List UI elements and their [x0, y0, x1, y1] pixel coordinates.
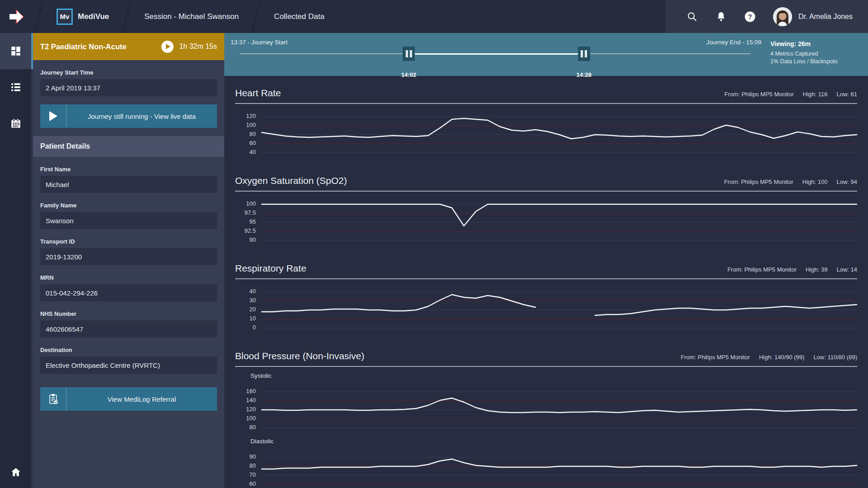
user-name: Dr. Amelia Jones: [798, 13, 853, 21]
pause-marker-icon[interactable]: [403, 47, 415, 61]
patient-fields: First NameMichaelFamily NameSwansonTrans…: [33, 157, 224, 374]
y-tick-label: 40: [250, 288, 256, 295]
view-live-data-button[interactable]: Journey still running - View live data: [40, 104, 217, 128]
timeline-info: Viewing: 26m 4 Metrics Captured 1% Data …: [770, 40, 861, 66]
y-tick-label: 20: [250, 306, 256, 313]
timeline-segment: [584, 53, 750, 54]
y-tick-label: 60: [250, 480, 256, 487]
chart-sublabel: Systolic: [250, 372, 857, 379]
view-medilog-referral-button[interactable]: View MediLog Referral: [40, 387, 217, 411]
chart-plot: 16014012010080: [235, 387, 857, 432]
chart-high: High: 140/90 (99): [759, 354, 804, 361]
session-duration: 1h 32m 15s: [179, 42, 217, 51]
chart-high: High: 100: [802, 178, 828, 185]
nav-dashboard[interactable]: [0, 33, 33, 69]
home-icon: [10, 466, 22, 478]
chart-section-blood-pressure: Blood Pressure (Non-Invasive)From: Phili…: [224, 339, 868, 488]
chart-title: Respiratory Rate: [235, 263, 307, 274]
breadcrumb-session[interactable]: Session - Michael Swanson: [132, 0, 250, 33]
chart-source: From: Philips MP5 Monitor: [724, 178, 793, 185]
nav-rail: [0, 33, 33, 488]
header-actions: ? Dr. Amelia Jones: [665, 0, 868, 33]
app-header: Mv MediVue Session - Michael Swanson Col…: [0, 0, 868, 33]
notifications-icon[interactable]: [715, 11, 727, 23]
nav-sessions-list[interactable]: [0, 69, 33, 105]
chart-plot: 10097.59592.590: [235, 200, 857, 245]
metrics-captured-label: 4 Metrics Captured: [770, 50, 861, 58]
field-value: Elective Orthopaedic Centre (RVRTC): [40, 357, 217, 374]
nav-calendar[interactable]: [0, 105, 33, 141]
dashboard-icon: [10, 45, 22, 57]
y-tick-label: 80: [250, 131, 256, 137]
y-tick-label: 100: [246, 122, 256, 128]
y-tick-label: 92.5: [245, 227, 256, 234]
chart-title: Oxygen Saturation (SpO2): [235, 175, 347, 186]
chart-source: From: Philips MP5 Monitor: [725, 91, 794, 98]
play-icon: [40, 104, 66, 128]
nav-home[interactable]: [0, 456, 33, 488]
field-label: Transport ID: [40, 238, 217, 245]
avatar: [773, 7, 792, 26]
chart-title: Heart Rate: [235, 88, 281, 99]
field-value: 015-042-294-226: [40, 284, 217, 301]
chart-section-spo2: Oxygen Saturation (SpO2)From: Philips MP…: [224, 164, 868, 251]
timeline-start-label: 13:37 - Journey Start: [231, 39, 288, 46]
y-tick-label: 70: [250, 471, 256, 478]
user-chip[interactable]: Dr. Amelia Jones: [773, 7, 853, 26]
chart-low: Low: 14: [836, 266, 857, 273]
y-tick-label: 80: [250, 424, 256, 431]
y-tick-label: 160: [246, 388, 256, 394]
chart-divider: [235, 366, 857, 367]
field-value: Swanson: [40, 212, 217, 229]
y-tick-label: 97.5: [245, 209, 256, 216]
viewing-window-label: Viewing: 26m: [770, 40, 861, 47]
y-tick-label: 100: [246, 415, 256, 422]
chart-divider: [235, 103, 857, 104]
field-label: MRN: [40, 274, 217, 281]
timeline-segment: [409, 53, 584, 55]
y-tick-label: 100: [246, 200, 256, 207]
patient-field: MRN015-042-294-226: [40, 274, 217, 301]
patient-field: Family NameSwanson: [40, 202, 217, 229]
help-icon[interactable]: ?: [744, 11, 756, 23]
breadcrumb-separator: [121, 0, 132, 33]
y-tick-label: 90: [250, 453, 256, 460]
journey-start-group: Journey Start Time 2 April 2019 13:37: [40, 69, 217, 96]
pause-marker-icon[interactable]: [578, 47, 590, 61]
y-tick-label: 90: [250, 236, 256, 243]
patient-field: NHS Number4602606547: [40, 310, 217, 338]
chart-low: Low: 61: [836, 91, 857, 98]
mv-logo-badge: Mv: [57, 9, 73, 25]
pause-marker-time: 14:02: [401, 71, 416, 78]
arrow-logo-icon: [7, 7, 27, 27]
y-tick-label: 140: [246, 397, 256, 404]
pause-marker-time: 14:28: [576, 71, 591, 78]
play-circle-icon[interactable]: [161, 41, 174, 53]
field-value: 4602606547: [40, 320, 217, 338]
timeline-end-label: Journey End - 15:09: [706, 39, 761, 46]
chart-low: Low: 94: [836, 178, 857, 185]
session-panel: T2 Paediatric Non-Acute 1h 32m 15s Journ…: [33, 33, 224, 488]
chart-plot: 120100806040: [235, 112, 857, 157]
breadcrumb-collected-data[interactable]: Collected Data: [262, 0, 336, 33]
chart-divider: [235, 191, 857, 192]
y-axis-ticks: 403020100: [235, 287, 261, 333]
brand-crumb[interactable]: Mv MediVue: [45, 0, 121, 33]
chart-source: From: Philips MP5 Monitor: [681, 354, 750, 361]
journey-start-label: Journey Start Time: [40, 69, 217, 76]
chart-low: Low: 110/80 (89): [813, 354, 857, 361]
chart-source: From: Philips MP5 Monitor: [727, 266, 797, 273]
app-logo[interactable]: [0, 0, 33, 33]
timeline-track[interactable]: 14:0214:28: [240, 53, 750, 55]
calendar-icon: [10, 117, 22, 129]
y-tick-label: 80: [250, 462, 256, 469]
main-content: 13:37 - Journey Start Journey End - 15:0…: [224, 33, 868, 488]
y-tick-label: 95: [250, 218, 256, 225]
y-tick-label: 120: [246, 406, 256, 413]
search-icon[interactable]: [686, 11, 698, 23]
session-type-header: T2 Paediatric Non-Acute 1h 32m 15s: [33, 33, 224, 60]
patient-field: Transport ID2019-13200: [40, 238, 217, 265]
chart-meta: From: Philips MP5 MonitorHigh: 39Low: 14: [727, 266, 857, 273]
chart-divider: [235, 278, 857, 279]
view-live-data-label: Journey still running - View live data: [66, 104, 217, 128]
